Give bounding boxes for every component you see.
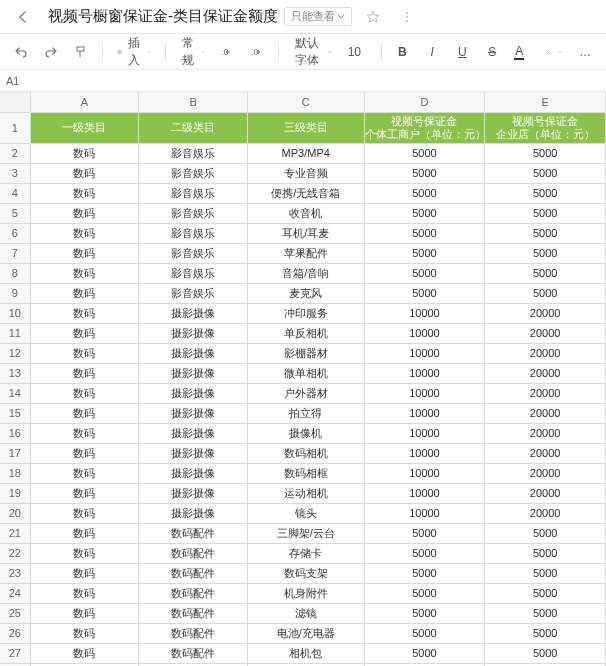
row-header[interactable]: 4 [0, 183, 30, 203]
cell[interactable]: 数码 [30, 283, 139, 303]
number-format-dropdown[interactable]: 常规 [174, 39, 211, 65]
cell[interactable]: 音箱/音响 [247, 263, 364, 283]
cell[interactable]: 10000 [364, 343, 485, 363]
row-header[interactable]: 6 [0, 223, 30, 243]
header-cell-c1[interactable]: 一级类目 [30, 112, 139, 143]
cell[interactable]: 10000 [364, 383, 485, 403]
cell[interactable]: 影音娱乐 [139, 243, 248, 263]
cell[interactable]: 数码 [30, 163, 139, 183]
cell[interactable]: 便携/无线音箱 [247, 183, 364, 203]
redo-button[interactable] [38, 39, 64, 65]
cell[interactable]: 数码 [30, 343, 139, 363]
cell[interactable]: 苹果配件 [247, 243, 364, 263]
column-header-C[interactable]: C [247, 92, 364, 112]
row-header[interactable]: 14 [0, 383, 30, 403]
cell[interactable]: 数码 [30, 603, 139, 623]
cell[interactable]: 数码 [30, 323, 139, 343]
row-header[interactable]: 15 [0, 403, 30, 423]
row-header[interactable]: 18 [0, 463, 30, 483]
cell[interactable]: 数码 [30, 243, 139, 263]
cell[interactable]: 5000 [364, 623, 485, 643]
cell[interactable]: 20000 [485, 443, 606, 463]
cell[interactable]: 数码 [30, 303, 139, 323]
cell[interactable]: 5000 [364, 583, 485, 603]
cell[interactable]: 数码 [30, 383, 139, 403]
cell[interactable]: 摄影摄像 [139, 363, 248, 383]
column-header-A[interactable]: A [30, 92, 139, 112]
cell[interactable]: 数码 [30, 443, 139, 463]
cell[interactable]: 5000 [364, 203, 485, 223]
cell[interactable]: 微单相机 [247, 363, 364, 383]
cell[interactable]: 10000 [364, 463, 485, 483]
cell[interactable]: 数码配件 [139, 543, 248, 563]
row-header[interactable]: 3 [0, 163, 30, 183]
header-cell-c2[interactable]: 二级类目 [139, 112, 248, 143]
cell[interactable]: 影音娱乐 [139, 263, 248, 283]
cell[interactable]: 数码支架 [247, 563, 364, 583]
increase-decimal-button[interactable]: .0 [244, 39, 270, 65]
strike-button[interactable]: S [479, 39, 505, 65]
row-header[interactable]: 2 [0, 143, 30, 163]
name-box[interactable]: A1 [0, 75, 44, 87]
cell[interactable]: 摄影摄像 [139, 303, 248, 323]
cell[interactable]: 20000 [485, 423, 606, 443]
column-header-E[interactable]: E [485, 92, 606, 112]
cell[interactable]: 摄像机 [247, 423, 364, 443]
cell[interactable]: 数码 [30, 483, 139, 503]
cell[interactable]: 摄影摄像 [139, 323, 248, 343]
cell[interactable]: 影音娱乐 [139, 283, 248, 303]
cell[interactable]: 数码配件 [139, 643, 248, 663]
cell[interactable]: 运动相机 [247, 483, 364, 503]
cell[interactable]: 数码 [30, 523, 139, 543]
cell[interactable]: 20000 [485, 463, 606, 483]
cell[interactable]: 数码 [30, 143, 139, 163]
cell[interactable]: 5000 [364, 603, 485, 623]
cell[interactable]: 数码配件 [139, 523, 248, 543]
back-button[interactable] [10, 4, 36, 30]
row-header[interactable]: 11 [0, 323, 30, 343]
cell[interactable]: 20000 [485, 383, 606, 403]
cell[interactable]: 耳机/耳麦 [247, 223, 364, 243]
cell[interactable]: 10000 [364, 443, 485, 463]
bold-button[interactable]: B [389, 39, 415, 65]
undo-button[interactable] [8, 39, 34, 65]
row-header[interactable]: 17 [0, 443, 30, 463]
fill-color-button[interactable] [539, 39, 568, 65]
cell[interactable]: 5000 [485, 243, 606, 263]
cell[interactable]: 摄影摄像 [139, 343, 248, 363]
cell[interactable]: 数码 [30, 263, 139, 283]
cell[interactable]: 数码 [30, 463, 139, 483]
cell[interactable]: 10000 [364, 403, 485, 423]
cell[interactable]: 数码 [30, 223, 139, 243]
cell[interactable]: MP3/MP4 [247, 143, 364, 163]
row-header[interactable]: 1 [0, 112, 30, 143]
star-button[interactable] [360, 4, 386, 30]
cell[interactable]: 20000 [485, 343, 606, 363]
cell[interactable]: 电池/充电器 [247, 623, 364, 643]
cell[interactable]: 影音娱乐 [139, 223, 248, 243]
cell[interactable]: 三脚架/云台 [247, 523, 364, 543]
cell[interactable]: 影音娱乐 [139, 143, 248, 163]
cell[interactable]: 数码 [30, 563, 139, 583]
header-cell-c5[interactable]: 视频号保证金企业店（单位：元） [485, 112, 606, 143]
cell[interactable]: 5000 [364, 643, 485, 663]
underline-button[interactable]: U [449, 39, 475, 65]
row-header[interactable]: 24 [0, 583, 30, 603]
cell[interactable]: 数码相机 [247, 443, 364, 463]
decrease-decimal-button[interactable]: .0 [214, 39, 240, 65]
cell[interactable]: 镜头 [247, 503, 364, 523]
cell[interactable]: 5000 [364, 263, 485, 283]
cell[interactable]: 20000 [485, 363, 606, 383]
cell[interactable]: 5000 [485, 623, 606, 643]
cell[interactable]: 数码 [30, 403, 139, 423]
cell[interactable]: 5000 [485, 183, 606, 203]
cell[interactable]: 数码 [30, 363, 139, 383]
select-all-corner[interactable] [0, 92, 30, 112]
cell[interactable]: 影棚器材 [247, 343, 364, 363]
cell[interactable]: 数码 [30, 583, 139, 603]
row-header[interactable]: 20 [0, 503, 30, 523]
toolbar-more-button[interactable]: … [572, 39, 598, 65]
cell[interactable]: 5000 [485, 143, 606, 163]
cell[interactable]: 摄影摄像 [139, 403, 248, 423]
cell[interactable]: 数码 [30, 183, 139, 203]
